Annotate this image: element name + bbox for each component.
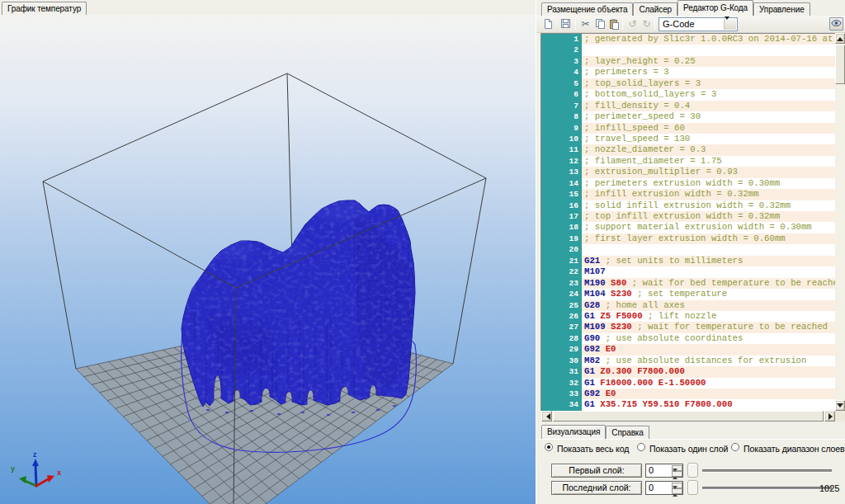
new-file-icon[interactable] [542, 18, 555, 31]
code-line[interactable]: 5; top_solid_layers = 3 [541, 78, 835, 89]
code-line[interactable]: 27M109 S230 ; wait for temperature to be… [541, 322, 835, 332]
line-number: 7 [541, 101, 582, 111]
tab-0[interactable]: Размещение объекта [541, 2, 633, 16]
code-line[interactable]: 1; generated by Slic3r 1.0.0RC3 on 2014-… [541, 34, 835, 45]
line-number: 6 [541, 89, 582, 100]
code-line[interactable]: 13; extrusion_multiplier = 0.93 [541, 167, 835, 177]
code-line[interactable]: 2 [541, 45, 835, 55]
code-text: ; top_solid_layers = 3 [582, 78, 835, 89]
code-line[interactable]: 4; perimeters = 3 [541, 67, 835, 78]
undo-icon[interactable]: ↺ [626, 18, 639, 31]
code-text: ; layer_height = 0.25 [582, 56, 835, 67]
code-line[interactable]: 11; nozzle_diameter = 0.3 [541, 144, 835, 155]
spin-down-icon[interactable] [672, 471, 682, 477]
code-line[interactable]: 20 [541, 244, 835, 255]
code-line[interactable]: 32G1 F18000.000 E-1.50000 [541, 378, 835, 389]
tab-temperature-graph[interactable]: График температур [2, 2, 87, 15]
code-line[interactable]: 7; fill_density = 0.4 [541, 101, 835, 111]
gcode-type-dropdown[interactable]: G-Code [659, 17, 738, 31]
code-line[interactable]: 22M107 [541, 266, 835, 277]
line-number: 20 [541, 244, 582, 255]
last-layer-spinner[interactable]: 0 [645, 481, 683, 495]
viewport-3d[interactable]: z y x [0, 15, 536, 504]
code-line[interactable]: 10; travel_speed = 130 [541, 134, 835, 144]
tab-2[interactable]: Редактор G-Кода [677, 0, 753, 16]
code-line[interactable]: 26G1 Z5 F5000 ; lift nozzle [541, 311, 835, 322]
code-line[interactable]: 24M104 S230 ; set temperature [541, 289, 835, 299]
dropdown-arrow-icon[interactable] [724, 19, 736, 30]
radio-0[interactable] [545, 443, 553, 451]
code-text: G21 ; set units to millimeters [582, 256, 835, 266]
code-text: G90 ; use absolute coordinates [582, 333, 835, 344]
last-layer-button[interactable]: Последний слой: [551, 481, 642, 495]
code-line[interactable]: 29G92 E0 [541, 344, 835, 355]
gcode-editor[interactable]: 1; generated by Slic3r 1.0.0RC3 on 2014-… [541, 33, 835, 411]
spin-down-icon[interactable] [672, 488, 682, 494]
copy-icon[interactable] [594, 18, 607, 31]
vscroll-thumb[interactable] [835, 45, 845, 84]
code-text: M104 S230 ; set temperature [582, 289, 835, 299]
scroll-down-icon[interactable] [835, 400, 845, 411]
paste-icon[interactable] [608, 18, 621, 31]
left-tab-strip: График температур [0, 0, 536, 15]
code-line[interactable]: 34G1 X35.715 Y59.510 F7800.000 [541, 399, 835, 410]
code-text [582, 45, 835, 55]
scroll-left-icon[interactable] [541, 411, 552, 422]
scroll-up-icon[interactable] [835, 33, 845, 44]
code-line[interactable]: 3; layer_height = 0.25 [541, 56, 835, 67]
code-line[interactable]: 9; infill_speed = 60 [541, 123, 835, 134]
line-number: 29 [541, 344, 582, 355]
editor-vertical-scrollbar[interactable] [835, 33, 845, 411]
scrollbar-corner [835, 411, 845, 422]
tab-1[interactable]: Слайсер [633, 2, 677, 16]
code-line[interactable]: 17; top infill extrusion width = 0.32mm [541, 211, 835, 222]
code-line[interactable]: 15; infill extrusion width = 0.32mm [541, 189, 835, 200]
code-line[interactable]: 31G1 Z0.300 F7800.000 [541, 366, 835, 377]
scroll-right-icon[interactable] [824, 411, 835, 422]
code-text: G1 X35.715 Y59.510 F7800.000 [582, 399, 835, 410]
line-number: 2 [541, 45, 582, 55]
hscroll-thumb[interactable] [553, 411, 824, 422]
save-icon[interactable] [559, 18, 572, 31]
code-line[interactable]: 19; first layer extrusion width = 0.60mm [541, 233, 835, 244]
line-number: 30 [541, 356, 582, 366]
last-layer-slider-thumb[interactable] [687, 480, 698, 495]
tab-3[interactable]: Управление [753, 2, 810, 16]
redo-icon[interactable]: ↻ [640, 18, 653, 31]
code-text: ; bottom_solid_layers = 3 [582, 89, 835, 100]
first-layer-slider-thumb[interactable] [687, 463, 698, 478]
code-line[interactable]: 23M190 S80 ; wait for bed temperature to… [541, 278, 835, 289]
code-line[interactable]: 16; solid infill extrusion width = 0.32m… [541, 200, 835, 211]
first-layer-button[interactable]: Первый слой: [551, 464, 642, 478]
code-line[interactable]: 28G90 ; use absolute coordinates [541, 333, 835, 344]
code-line[interactable]: 33G92 E0 [541, 389, 835, 399]
code-line[interactable]: 21G21 ; set units to millimeters [541, 256, 835, 266]
code-line[interactable]: 30M82 ; use absolute distances for extru… [541, 356, 835, 366]
code-text: M82 ; use absolute distances for extrusi… [582, 356, 835, 366]
bottom-tab-1[interactable]: Справка [606, 426, 649, 439]
visibility-toggle-button[interactable] [829, 17, 843, 31]
radio-2[interactable] [731, 443, 739, 451]
code-line[interactable]: 25G28 ; home all axes [541, 300, 835, 311]
code-text: ; infill_speed = 60 [582, 123, 835, 134]
code-line[interactable]: 12; filament_diameter = 1.75 [541, 156, 835, 167]
first-layer-slider-track[interactable] [702, 469, 832, 473]
line-number: 32 [541, 378, 582, 389]
code-text: M107 [582, 266, 835, 277]
bottom-tab-0[interactable]: Визуализация [541, 425, 606, 439]
last-layer-slider-track[interactable] [702, 487, 832, 490]
line-number: 21 [541, 256, 582, 266]
editor-horizontal-scrollbar[interactable] [541, 411, 835, 422]
line-number: 11 [541, 144, 582, 155]
line-number: 14 [541, 178, 582, 189]
code-line[interactable]: 14; perimeters extrusion width = 0.30mm [541, 178, 835, 189]
radio-label-2: Показать диапазон слоев [744, 444, 845, 454]
line-number: 13 [541, 167, 582, 177]
code-line[interactable]: 6; bottom_solid_layers = 3 [541, 89, 835, 100]
radio-1[interactable] [637, 443, 645, 451]
code-line[interactable]: 18; support material extrusion width = 0… [541, 222, 835, 233]
line-number: 9 [541, 123, 582, 134]
first-layer-spinner[interactable]: 0 [645, 464, 683, 478]
cut-icon[interactable]: ✂ [579, 18, 592, 31]
code-line[interactable]: 8; perimeter_speed = 30 [541, 111, 835, 122]
